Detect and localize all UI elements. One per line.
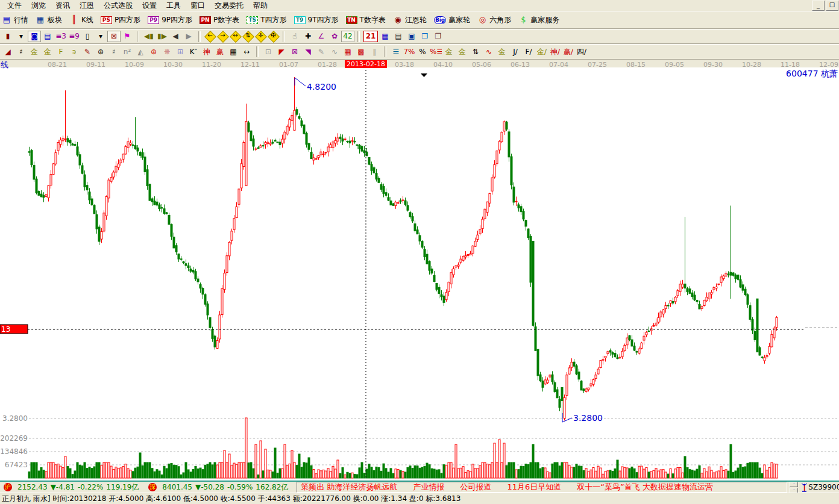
- dense-lines-icon[interactable]: ♯: [108, 47, 120, 57]
- shift-left-diamond-icon[interactable]: ←: [204, 31, 216, 42]
- box-handles-icon[interactable]: ⊡: [262, 47, 274, 57]
- star-grid-icon[interactable]: ❋: [161, 47, 173, 57]
- menu-window[interactable]: 窗口: [186, 0, 210, 11]
- red-grid-b-icon[interactable]: ▩: [355, 47, 367, 57]
- angle-measure-icon[interactable]: ∠: [315, 31, 327, 42]
- triangle-tool-icon[interactable]: ◭: [134, 47, 146, 57]
- expand-horizontal-diamond-icon[interactable]: ↔: [230, 31, 241, 42]
- candle-style-icon[interactable]: ▯: [81, 31, 93, 42]
- calendar-icon[interactable]: 21: [363, 31, 378, 42]
- minimize-button[interactable]: _: [812, 1, 825, 11]
- golden-slope-icon[interactable]: 金∕: [536, 47, 548, 57]
- p-number-table-button[interactable]: PNP数字表: [200, 15, 239, 25]
- first-page-icon[interactable]: ◀▮: [143, 31, 155, 42]
- expand-vertical-diamond-icon[interactable]: ⇅: [242, 31, 254, 42]
- quotes-button[interactable]: ▤行情: [2, 15, 28, 25]
- t-number-table-button[interactable]: TNT数字表: [346, 15, 386, 25]
- save-icon[interactable]: ▣: [406, 31, 418, 42]
- price-scale-icon[interactable]: ☰: [390, 47, 402, 57]
- region-select-icon[interactable]: ⊠: [108, 31, 120, 42]
- target-circle-icon[interactable]: ⊕: [148, 47, 160, 57]
- minute3-chart-icon[interactable]: ≡3: [55, 31, 67, 42]
- j-slope-icon[interactable]: J∕: [509, 47, 521, 57]
- p-square-button[interactable]: PSP四方形: [101, 15, 140, 25]
- zigzag-icon[interactable]: ∿: [328, 47, 341, 57]
- vertical-lines-tool-icon[interactable]: ♯: [15, 47, 27, 57]
- nine-t-square-button[interactable]: T99T四方形: [294, 15, 339, 25]
- percent-icon[interactable]: %: [416, 47, 429, 57]
- parallel-lines-icon[interactable]: ∥: [368, 47, 380, 57]
- wave-band-icon[interactable]: ∿: [483, 47, 495, 57]
- expand-all-diamond-icon[interactable]: ✛: [255, 31, 266, 42]
- notes-icon[interactable]: ▤: [392, 31, 404, 42]
- ticker-up-button[interactable]: -: [790, 482, 798, 487]
- trend-pencil-icon[interactable]: ✎: [315, 47, 327, 57]
- period-candle-icon[interactable]: ▮: [2, 31, 14, 42]
- menu-news[interactable]: 资讯: [51, 0, 75, 11]
- ying-grid-icon[interactable]: 赢: [214, 47, 226, 57]
- spiral-tool-icon[interactable]: ✿: [328, 31, 341, 42]
- minute9-chart-icon[interactable]: ≡9: [68, 31, 80, 42]
- menu-tools[interactable]: 工具: [162, 0, 186, 11]
- crosshair-tool-icon[interactable]: ✚: [302, 31, 314, 42]
- circle-cycle-icon[interactable]: ⊕: [95, 47, 107, 57]
- golden-hline-icon[interactable]: 金: [456, 47, 468, 57]
- kline-button[interactable]: ║K线: [69, 15, 93, 25]
- compress-all-diamond-icon[interactable]: ✠: [268, 31, 279, 42]
- menu-trade-order[interactable]: 交易委托: [210, 0, 248, 11]
- kline-chart[interactable]: 3.280020226913484667423134.82003.2800600…: [0, 67, 839, 481]
- shen-grid-icon[interactable]: 神: [201, 47, 213, 57]
- winner-service-button[interactable]: $赢家服务: [518, 15, 559, 25]
- cross-box-icon[interactable]: ⊠: [289, 47, 301, 57]
- restore-button[interactable]: □: [826, 1, 838, 11]
- last-page-icon[interactable]: ▮▶: [156, 31, 168, 42]
- k-prime-icon[interactable]: K″: [187, 47, 200, 57]
- news-ticker[interactable]: 策频出 助海洋经济扬帆远航 产业情报 公司报道 11月6日早知道 双十一“菜鸟”…: [297, 482, 787, 493]
- shen-slope-icon[interactable]: 神∕: [549, 47, 561, 57]
- four-slope-icon[interactable]: 四∕: [576, 47, 588, 57]
- spiral-gate-icon[interactable]: ϶: [68, 47, 80, 57]
- print-icon[interactable]: ❐: [432, 31, 444, 42]
- golden-gate-a-icon[interactable]: 金: [28, 47, 40, 57]
- menu-gann[interactable]: 江恩: [75, 0, 99, 11]
- net-save-icon[interactable]: ❒: [419, 31, 431, 42]
- seven-percent-icon[interactable]: 7%: [403, 47, 415, 57]
- web-grid-icon[interactable]: ⊞: [174, 47, 186, 57]
- hexagon-button[interactable]: ◎六角形: [477, 15, 511, 25]
- brush-tool-icon[interactable]: ◢: [2, 47, 14, 57]
- cycle-42-icon[interactable]: 42: [342, 31, 354, 42]
- menu-file[interactable]: 文件: [2, 0, 27, 11]
- golden-circle-icon[interactable]: 金: [443, 47, 455, 57]
- f-slope-icon[interactable]: F∕: [523, 47, 535, 57]
- prev-bar-icon[interactable]: ◀: [169, 31, 181, 42]
- t-square-button[interactable]: TST四方形: [247, 15, 286, 25]
- nine-p-square-button[interactable]: P99P四方形: [148, 15, 192, 25]
- width-measure-icon[interactable]: ↔: [240, 47, 253, 57]
- menu-formula-stock-pick[interactable]: 公式选股: [99, 0, 137, 11]
- red-grid-a-icon[interactable]: ▦: [342, 47, 354, 57]
- ying-slope-icon[interactable]: 赢∕: [562, 47, 574, 57]
- overview-mode-icon[interactable]: ◙: [28, 31, 40, 42]
- sectors-button[interactable]: ▦板块: [36, 15, 62, 25]
- n-square-icon[interactable]: n²: [121, 47, 133, 57]
- hand-tool-icon[interactable]: ☝: [289, 31, 301, 42]
- percent-lines-icon[interactable]: %☰: [430, 47, 442, 57]
- next-bar-icon[interactable]: ▶: [183, 31, 195, 42]
- candle-style-dropdown-arrow[interactable]: ▾: [95, 31, 107, 42]
- shift-right-diamond-icon[interactable]: →: [217, 31, 228, 42]
- pencil-angle-icon[interactable]: ✎: [81, 47, 93, 57]
- golden-level-icon[interactable]: 金: [496, 47, 508, 57]
- period-dropdown-arrow[interactable]: ▾: [15, 31, 27, 42]
- report-view-icon[interactable]: ▤: [42, 31, 54, 42]
- calculator-icon[interactable]: ▦: [379, 31, 391, 42]
- golden-gate-b-icon[interactable]: 金: [42, 47, 54, 57]
- ticker-spinner[interactable]: - -: [790, 482, 798, 493]
- fibonacci-gate-icon[interactable]: F: [55, 47, 67, 57]
- menu-browse[interactable]: 浏览: [27, 0, 51, 11]
- menu-help[interactable]: 帮助: [248, 0, 272, 11]
- pivot-icon[interactable]: ⇅: [470, 47, 482, 57]
- gann-wheel-button[interactable]: ◉江恩轮: [393, 15, 427, 25]
- ruler-grid-icon[interactable]: ▦: [227, 47, 239, 57]
- fan-lines-icon[interactable]: ◤: [275, 47, 288, 57]
- winner-wheel-button[interactable]: Big赢家轮: [434, 15, 470, 25]
